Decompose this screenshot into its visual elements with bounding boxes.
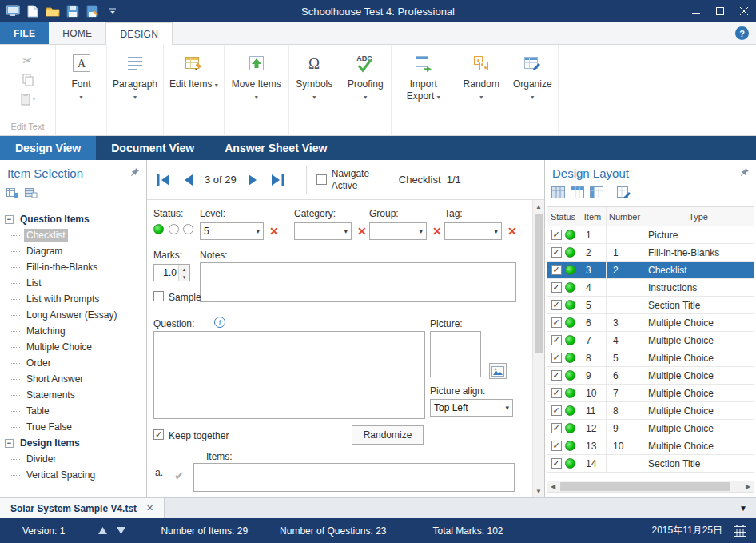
layout-edit-icon[interactable] xyxy=(617,186,631,202)
qat-customize-icon[interactable] xyxy=(104,2,121,20)
picture-align-select[interactable]: Top Left▾ xyxy=(430,399,513,417)
row-checkbox[interactable]: ✓ xyxy=(551,335,562,345)
vertical-scrollbar[interactable]: ▲ ▼ xyxy=(532,200,544,497)
design-row-9[interactable]: ✓96Multiple Choice xyxy=(547,367,754,385)
layout-grid-column-icon[interactable] xyxy=(590,186,603,202)
ribbon-button-random[interactable]: Random▾ xyxy=(456,45,507,135)
tree-item-vertical-spacing[interactable]: Vertical Spacing xyxy=(0,467,146,483)
items-input[interactable] xyxy=(193,463,515,492)
tree-item-statements[interactable]: Statements xyxy=(0,387,146,403)
ribbon-button-organize[interactable]: Organize▾ xyxy=(507,45,559,135)
row-checkbox[interactable]: ✓ xyxy=(551,370,562,381)
layout-grid-filled-icon[interactable] xyxy=(551,186,565,202)
tab-list-arrow-icon[interactable]: ▼ xyxy=(739,504,756,513)
design-row-11[interactable]: ✓118Multiple Choice xyxy=(547,402,754,420)
design-row-13[interactable]: ✓1310Multiple Choice xyxy=(547,437,754,455)
spin-down-icon[interactable]: ▾ xyxy=(179,273,189,281)
ribbon-button-font[interactable]: AFont▾ xyxy=(56,45,107,135)
category-select[interactable]: ▾ xyxy=(294,222,352,240)
tree-item-design-items[interactable]: −Design Items xyxy=(0,435,146,451)
ribbon-button-symbols[interactable]: ΩSymbols▾ xyxy=(289,45,340,135)
ribbon-button-edit-items[interactable]: Edit Items ▾ xyxy=(164,45,225,135)
collapse-icon[interactable]: − xyxy=(5,439,14,448)
notes-input[interactable] xyxy=(200,262,516,302)
row-checkbox[interactable]: ✓ xyxy=(551,405,562,416)
column-item[interactable]: Item xyxy=(579,207,607,226)
close-button[interactable] xyxy=(732,0,756,22)
row-checkbox[interactable]: ✓ xyxy=(551,317,562,328)
save-icon[interactable] xyxy=(64,2,82,20)
status-radio-extra[interactable] xyxy=(183,224,193,234)
tree-item-matching[interactable]: Matching xyxy=(0,323,146,339)
row-checkbox[interactable]: ✓ xyxy=(551,265,562,275)
design-row-7[interactable]: ✓74Multiple Choice xyxy=(547,332,754,349)
tab-file[interactable]: FILE xyxy=(0,22,49,44)
first-item-icon[interactable] xyxy=(155,174,172,186)
next-item-icon[interactable] xyxy=(247,174,259,186)
tab-design[interactable]: DESIGN xyxy=(105,22,173,45)
row-checkbox[interactable]: ✓ xyxy=(551,230,562,240)
scrollbar-thumb[interactable] xyxy=(535,214,543,353)
spin-up-icon[interactable]: ▴ xyxy=(179,265,189,273)
row-checkbox[interactable]: ✓ xyxy=(551,300,562,310)
sample-checkbox[interactable] xyxy=(153,291,164,301)
layout-grid-header-icon[interactable] xyxy=(571,186,584,202)
calendar-icon[interactable] xyxy=(734,525,746,537)
scroll-left-icon[interactable]: ◀ xyxy=(547,481,559,492)
open-folder-icon[interactable] xyxy=(44,2,62,20)
question-input[interactable] xyxy=(153,331,425,419)
copy-icon[interactable] xyxy=(22,70,34,90)
marks-stepper[interactable]: 1.0 ▴▾ xyxy=(153,264,190,281)
save-as-icon[interactable] xyxy=(84,2,101,20)
design-row-14[interactable]: ✓14Section Title xyxy=(547,455,754,473)
column-type[interactable]: Type xyxy=(643,207,754,226)
row-checkbox[interactable]: ✓ xyxy=(551,388,562,398)
design-row-2[interactable]: ✓21Fill-in-the-Blanks xyxy=(547,244,754,262)
tree-item-short-answer[interactable]: Short Answer xyxy=(0,371,146,387)
tag-clear-icon[interactable]: ✕ xyxy=(507,226,517,237)
tree-item-true-false[interactable]: True False xyxy=(0,419,146,435)
view-tab-answer-sheet[interactable]: Answer Sheet View xyxy=(209,136,342,160)
navigate-active-checkbox[interactable] xyxy=(316,174,327,185)
new-document-icon[interactable] xyxy=(24,2,42,20)
design-row-4[interactable]: ✓4Instructions xyxy=(547,279,754,297)
horizontal-scrollbar[interactable]: ◀ ▶ xyxy=(547,481,754,493)
paste-icon[interactable]: ▾ xyxy=(20,90,36,109)
scroll-up-icon[interactable]: ▲ xyxy=(533,201,544,212)
tree-item-diagram[interactable]: Diagram xyxy=(0,243,146,259)
tree-item-table[interactable]: Table xyxy=(0,403,146,419)
ribbon-button-paragraph[interactable]: Paragraph▾ xyxy=(107,45,164,135)
status-radio-inactive[interactable] xyxy=(169,224,179,234)
document-tab[interactable]: Solar System Sample V4.tst ✕ xyxy=(0,498,165,518)
design-row-8[interactable]: ✓85Multiple Choice xyxy=(547,349,754,367)
version-up-icon[interactable] xyxy=(98,527,107,534)
minimize-button[interactable] xyxy=(684,0,708,22)
scroll-right-icon[interactable]: ▶ xyxy=(742,481,754,492)
keep-together-checkbox[interactable]: ✓ xyxy=(153,429,164,440)
tree-item-multiple-choice[interactable]: Multiple Choice xyxy=(0,339,146,355)
collapse-icon[interactable]: − xyxy=(5,215,14,224)
row-checkbox[interactable]: ✓ xyxy=(551,247,562,258)
cut-icon[interactable]: ✂ xyxy=(22,51,33,70)
tree-item-checklist[interactable]: Checklist xyxy=(0,227,146,243)
maximize-button[interactable] xyxy=(708,0,732,22)
item-correct-check-icon[interactable]: ✔ xyxy=(174,469,185,481)
level-select[interactable]: 5▾ xyxy=(200,222,264,240)
design-row-3[interactable]: ✓32Checklist xyxy=(547,262,754,279)
picture-browse-button[interactable] xyxy=(489,363,507,379)
ribbon-button-proofing[interactable]: ABCProofing▾ xyxy=(340,45,392,135)
tree-item-divider[interactable]: Divider xyxy=(0,451,146,467)
pin-icon[interactable] xyxy=(130,166,140,180)
scrollbar-thumb[interactable] xyxy=(560,482,730,491)
design-row-10[interactable]: ✓107Multiple Choice xyxy=(547,385,754,402)
column-status[interactable]: Status xyxy=(547,207,579,226)
tree-item-list[interactable]: List xyxy=(0,275,146,291)
tree-item-fill-in-the-blanks[interactable]: Fill-in-the-Blanks xyxy=(0,259,146,275)
row-checkbox[interactable]: ✓ xyxy=(551,423,562,433)
tree-item-order[interactable]: Order xyxy=(0,355,146,371)
column-number[interactable]: Number xyxy=(607,207,643,226)
group-select[interactable]: ▾ xyxy=(369,222,427,240)
design-row-5[interactable]: ✓5Section Title xyxy=(547,297,754,314)
status-radio-active[interactable] xyxy=(153,224,164,234)
tree-item-long-answer-essay[interactable]: Long Answer (Essay) xyxy=(0,307,146,323)
